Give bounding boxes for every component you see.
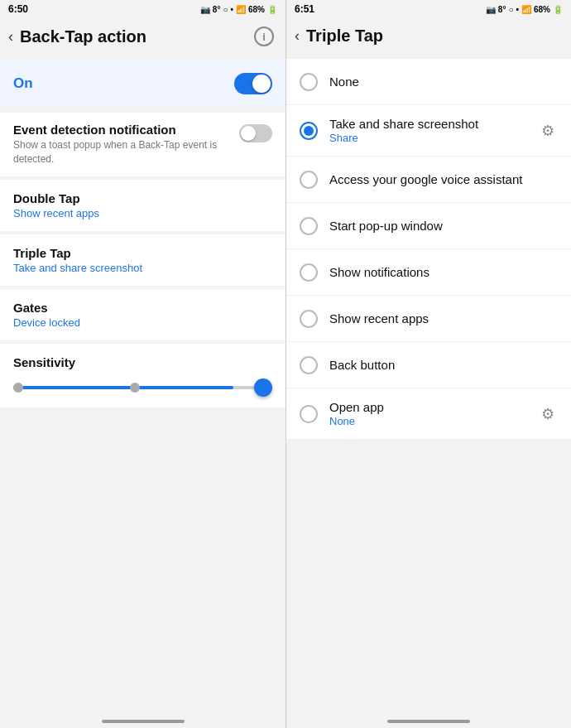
slider-marker-mid [130, 383, 140, 393]
radio-notifications[interactable] [300, 263, 318, 282]
time-right: 6:51 [295, 3, 314, 15]
option-back-text: Back button [329, 358, 558, 372]
status-bar-left: 6:50 📷 8° ○ • 📶 68% 🔋 [0, 0, 286, 18]
radio-recent[interactable] [300, 310, 318, 328]
right-content: None Take and share screenshot Share ⚙ A… [286, 54, 571, 705]
slider-track [13, 386, 272, 389]
event-detection-subtitle: Show a toast popup when a Back-Tap event… [13, 138, 239, 166]
home-indicator-left [102, 720, 185, 723]
option-popup-label: Start pop-up window [329, 219, 558, 233]
back-button-left[interactable]: ‹ [8, 28, 13, 46]
event-detection-toggle[interactable] [239, 124, 272, 142]
radio-none[interactable] [300, 73, 318, 91]
sensitivity-slider[interactable] [13, 379, 272, 396]
option-back-label: Back button [329, 358, 558, 372]
option-recent-label: Show recent apps [329, 311, 558, 325]
option-openapp-text: Open app None [329, 400, 526, 427]
radio-openapp[interactable] [300, 405, 318, 423]
info-icon-left[interactable]: i [254, 27, 274, 46]
option-list: None Take and share screenshot Share ⚙ A… [286, 59, 571, 439]
on-toggle-switch[interactable] [234, 73, 272, 94]
event-detection-title: Event detection notification [13, 123, 239, 137]
option-notifications[interactable]: Show notifications [286, 249, 571, 296]
status-icons-right: 📷 8° ○ • 📶 68% 🔋 [486, 5, 563, 14]
left-content: On Event detection notification Show a t… [0, 55, 286, 705]
header-right: ‹ Triple Tap [286, 18, 571, 54]
page-title-right: Triple Tap [306, 27, 559, 46]
page-title-left: Back-Tap action [20, 27, 247, 46]
status-bar-right: 6:51 📷 8° ○ • 📶 68% 🔋 [286, 0, 571, 18]
gear-icon-screenshot[interactable]: ⚙ [538, 121, 558, 141]
option-popup-text: Start pop-up window [329, 219, 558, 233]
sensitivity-section: Sensitivity [0, 344, 286, 407]
gates-subtitle: Device locked [13, 316, 272, 329]
option-voice-text: Access your google voice assistant [329, 172, 558, 186]
on-toggle-row: On [0, 60, 286, 108]
slider-thumb[interactable] [254, 378, 272, 397]
radio-voice[interactable] [300, 171, 318, 189]
option-notifications-label: Show notifications [329, 265, 558, 279]
sensitivity-title: Sensitivity [13, 355, 272, 369]
option-none[interactable]: None [286, 59, 571, 105]
on-label: On [13, 75, 234, 92]
option-none-label: None [329, 75, 558, 89]
radio-screenshot-inner [304, 126, 314, 136]
option-voice[interactable]: Access your google voice assistant [286, 157, 571, 203]
slider-fill [13, 386, 233, 389]
option-screenshot-text: Take and share screenshot Share [329, 117, 526, 144]
back-button-right[interactable]: ‹ [295, 27, 300, 45]
option-openapp-sub: None [329, 415, 526, 427]
double-tap-subtitle: Show recent apps [13, 207, 272, 219]
option-openapp[interactable]: Open app None ⚙ [286, 388, 571, 439]
option-screenshot-sub: Share [329, 132, 526, 144]
radio-popup[interactable] [300, 217, 318, 235]
event-detection-row: Event detection notification Show a toas… [0, 113, 286, 176]
time-left: 6:50 [8, 3, 28, 15]
bottom-bar-left [0, 705, 286, 728]
option-back[interactable]: Back button [286, 342, 571, 388]
event-detection-text: Event detection notification Show a toas… [13, 123, 239, 166]
bottom-bar-right [286, 705, 571, 728]
status-icons-left: 📷 8° ○ • 📶 68% 🔋 [200, 5, 277, 14]
option-voice-label: Access your google voice assistant [329, 172, 558, 186]
option-popup[interactable]: Start pop-up window [286, 203, 571, 249]
right-screen: 6:51 📷 8° ○ • 📶 68% 🔋 ‹ Triple Tap None [286, 0, 571, 728]
option-screenshot-label: Take and share screenshot [329, 117, 526, 131]
header-left: ‹ Back-Tap action i [0, 18, 286, 55]
gates-title: Gates [13, 301, 272, 315]
radio-back[interactable] [300, 356, 318, 374]
radio-screenshot[interactable] [300, 122, 318, 140]
triple-tap-subtitle: Take and share screenshot [13, 262, 272, 274]
option-recent[interactable]: Show recent apps [286, 296, 571, 342]
option-notifications-text: Show notifications [329, 265, 558, 279]
option-none-text: None [329, 75, 558, 89]
triple-tap-title: Triple Tap [13, 246, 272, 260]
gates-row[interactable]: Gates Device locked [0, 289, 286, 340]
double-tap-row[interactable]: Double Tap Show recent apps [0, 180, 286, 231]
option-recent-text: Show recent apps [329, 311, 558, 325]
option-screenshot[interactable]: Take and share screenshot Share ⚙ [286, 105, 571, 157]
double-tap-title: Double Tap [13, 191, 272, 205]
gear-icon-openapp[interactable]: ⚙ [538, 404, 558, 424]
triple-tap-row[interactable]: Triple Tap Take and share screenshot [0, 234, 286, 286]
left-screen: 6:50 📷 8° ○ • 📶 68% 🔋 ‹ Back-Tap action … [0, 0, 286, 728]
home-indicator-right [387, 720, 470, 723]
option-openapp-label: Open app [329, 400, 526, 414]
slider-marker-left [13, 383, 23, 393]
